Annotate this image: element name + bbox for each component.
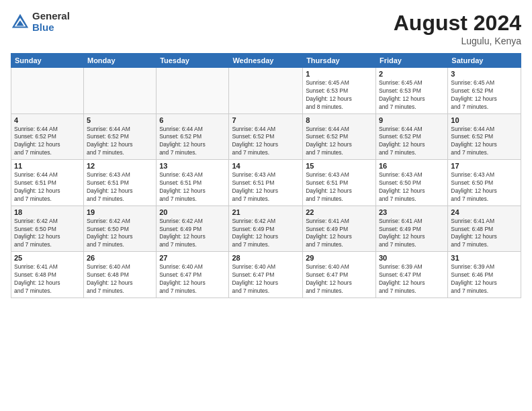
day-number: 6 [159, 116, 226, 124]
calendar-week-row: 1Sunrise: 6:45 AM Sunset: 6:53 PM Daylig… [11, 68, 521, 114]
table-row: 13Sunrise: 6:43 AM Sunset: 6:51 PM Dayli… [157, 160, 229, 206]
day-info: Sunrise: 6:41 AM Sunset: 6:48 PM Dayligh… [451, 218, 518, 250]
day-info: Sunrise: 6:42 AM Sunset: 6:50 PM Dayligh… [87, 218, 153, 250]
table-row: 9Sunrise: 6:44 AM Sunset: 6:52 PM Daylig… [375, 113, 447, 160]
day-number: 26 [87, 254, 153, 262]
table-row: 17Sunrise: 6:43 AM Sunset: 6:50 PM Dayli… [448, 160, 521, 206]
day-number: 19 [87, 208, 153, 216]
table-row: 23Sunrise: 6:41 AM Sunset: 6:49 PM Dayli… [375, 205, 447, 252]
day-info: Sunrise: 6:40 AM Sunset: 6:48 PM Dayligh… [87, 263, 153, 295]
day-info: Sunrise: 6:40 AM Sunset: 6:47 PM Dayligh… [232, 263, 300, 295]
day-info: Sunrise: 6:44 AM Sunset: 6:52 PM Dayligh… [451, 126, 518, 158]
day-number: 20 [159, 208, 226, 216]
day-info: Sunrise: 6:41 AM Sunset: 6:49 PM Dayligh… [306, 218, 373, 250]
table-row: 28Sunrise: 6:40 AM Sunset: 6:47 PM Dayli… [229, 252, 303, 298]
day-info: Sunrise: 6:39 AM Sunset: 6:47 PM Dayligh… [379, 263, 445, 295]
day-info: Sunrise: 6:40 AM Sunset: 6:47 PM Dayligh… [306, 263, 373, 295]
table-row: 10Sunrise: 6:44 AM Sunset: 6:52 PM Dayli… [448, 113, 521, 160]
day-number: 23 [379, 208, 445, 216]
day-number: 17 [451, 162, 518, 170]
day-number: 14 [232, 162, 300, 170]
day-number: 7 [232, 116, 300, 124]
calendar-table: Sunday Monday Tuesday Wednesday Thursday… [11, 53, 521, 298]
day-number: 21 [232, 208, 300, 216]
calendar-week-row: 11Sunrise: 6:44 AM Sunset: 6:51 PM Dayli… [11, 160, 521, 206]
day-info: Sunrise: 6:44 AM Sunset: 6:51 PM Dayligh… [14, 171, 81, 203]
table-row [11, 68, 84, 114]
logo: General Blue [11, 11, 70, 33]
table-row: 3Sunrise: 6:45 AM Sunset: 6:52 PM Daylig… [448, 68, 521, 114]
table-row: 2Sunrise: 6:45 AM Sunset: 6:53 PM Daylig… [375, 68, 447, 114]
table-row: 24Sunrise: 6:41 AM Sunset: 6:48 PM Dayli… [448, 205, 521, 252]
calendar-week-row: 18Sunrise: 6:42 AM Sunset: 6:50 PM Dayli… [11, 205, 521, 252]
day-number: 27 [159, 254, 226, 262]
day-info: Sunrise: 6:44 AM Sunset: 6:52 PM Dayligh… [159, 126, 226, 158]
day-info: Sunrise: 6:43 AM Sunset: 6:51 PM Dayligh… [306, 171, 373, 203]
day-info: Sunrise: 6:44 AM Sunset: 6:52 PM Dayligh… [87, 126, 153, 158]
table-row [157, 68, 229, 114]
day-number: 10 [451, 116, 518, 124]
logo-general-text: General [32, 11, 70, 22]
day-info: Sunrise: 6:42 AM Sunset: 6:49 PM Dayligh… [232, 218, 300, 250]
table-row: 29Sunrise: 6:40 AM Sunset: 6:47 PM Dayli… [303, 252, 376, 298]
location-subtitle: Lugulu, Kenya [394, 36, 521, 46]
month-year-title: August 2024 [394, 11, 521, 36]
table-row: 1Sunrise: 6:45 AM Sunset: 6:53 PM Daylig… [303, 68, 376, 114]
day-info: Sunrise: 6:42 AM Sunset: 6:49 PM Dayligh… [159, 218, 226, 250]
table-row: 20Sunrise: 6:42 AM Sunset: 6:49 PM Dayli… [157, 205, 229, 252]
col-friday: Friday [375, 54, 447, 68]
calendar-header-row: Sunday Monday Tuesday Wednesday Thursday… [11, 54, 521, 68]
table-row: 31Sunrise: 6:39 AM Sunset: 6:46 PM Dayli… [448, 252, 521, 298]
calendar-week-row: 25Sunrise: 6:41 AM Sunset: 6:48 PM Dayli… [11, 252, 521, 298]
table-row: 16Sunrise: 6:43 AM Sunset: 6:50 PM Dayli… [375, 160, 447, 206]
day-info: Sunrise: 6:40 AM Sunset: 6:47 PM Dayligh… [159, 263, 226, 295]
col-monday: Monday [83, 54, 156, 68]
day-info: Sunrise: 6:43 AM Sunset: 6:51 PM Dayligh… [87, 171, 153, 203]
day-number: 2 [379, 70, 445, 78]
table-row: 21Sunrise: 6:42 AM Sunset: 6:49 PM Dayli… [229, 205, 303, 252]
table-row: 15Sunrise: 6:43 AM Sunset: 6:51 PM Dayli… [303, 160, 376, 206]
day-info: Sunrise: 6:45 AM Sunset: 6:52 PM Dayligh… [451, 79, 518, 111]
day-info: Sunrise: 6:44 AM Sunset: 6:52 PM Dayligh… [14, 126, 81, 158]
day-number: 22 [306, 208, 373, 216]
title-area: August 2024 Lugulu, Kenya [394, 11, 521, 46]
table-row: 14Sunrise: 6:43 AM Sunset: 6:51 PM Dayli… [229, 160, 303, 206]
table-row: 26Sunrise: 6:40 AM Sunset: 6:48 PM Dayli… [83, 252, 156, 298]
day-number: 4 [14, 116, 81, 124]
day-info: Sunrise: 6:44 AM Sunset: 6:52 PM Dayligh… [306, 126, 373, 158]
table-row: 19Sunrise: 6:42 AM Sunset: 6:50 PM Dayli… [83, 205, 156, 252]
table-row: 25Sunrise: 6:41 AM Sunset: 6:48 PM Dayli… [11, 252, 84, 298]
table-row [83, 68, 156, 114]
day-number: 28 [232, 254, 300, 262]
day-info: Sunrise: 6:44 AM Sunset: 6:52 PM Dayligh… [232, 126, 300, 158]
table-row: 7Sunrise: 6:44 AM Sunset: 6:52 PM Daylig… [229, 113, 303, 160]
table-row: 22Sunrise: 6:41 AM Sunset: 6:49 PM Dayli… [303, 205, 376, 252]
day-number: 9 [379, 116, 445, 124]
day-number: 15 [306, 162, 373, 170]
day-number: 30 [379, 254, 445, 262]
logo-text: General Blue [32, 11, 70, 33]
table-row: 4Sunrise: 6:44 AM Sunset: 6:52 PM Daylig… [11, 113, 84, 160]
table-row [229, 68, 303, 114]
table-row: 18Sunrise: 6:42 AM Sunset: 6:50 PM Dayli… [11, 205, 84, 252]
day-number: 13 [159, 162, 226, 170]
table-row: 27Sunrise: 6:40 AM Sunset: 6:47 PM Dayli… [157, 252, 229, 298]
day-info: Sunrise: 6:43 AM Sunset: 6:51 PM Dayligh… [159, 171, 226, 203]
page: General Blue August 2024 Lugulu, Kenya S… [0, 0, 532, 411]
day-info: Sunrise: 6:41 AM Sunset: 6:49 PM Dayligh… [379, 218, 445, 250]
day-info: Sunrise: 6:41 AM Sunset: 6:48 PM Dayligh… [14, 263, 81, 295]
day-number: 29 [306, 254, 373, 262]
table-row: 6Sunrise: 6:44 AM Sunset: 6:52 PM Daylig… [157, 113, 229, 160]
logo-blue-text: Blue [32, 22, 70, 34]
day-number: 3 [451, 70, 518, 78]
day-number: 24 [451, 208, 518, 216]
day-number: 25 [14, 254, 81, 262]
table-row: 11Sunrise: 6:44 AM Sunset: 6:51 PM Dayli… [11, 160, 84, 206]
day-info: Sunrise: 6:43 AM Sunset: 6:50 PM Dayligh… [451, 171, 518, 203]
day-number: 8 [306, 116, 373, 124]
table-row: 12Sunrise: 6:43 AM Sunset: 6:51 PM Dayli… [83, 160, 156, 206]
logo-icon [11, 13, 30, 32]
day-number: 1 [306, 70, 373, 78]
day-number: 18 [14, 208, 81, 216]
col-saturday: Saturday [448, 54, 521, 68]
